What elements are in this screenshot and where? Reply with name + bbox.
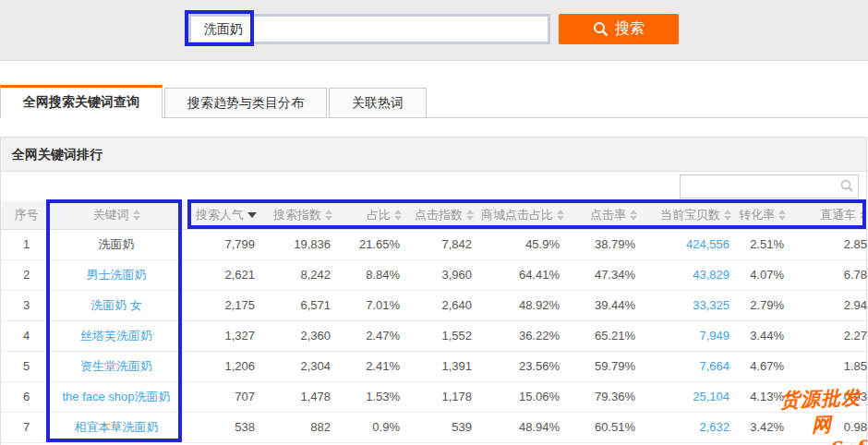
table-row: 3洗面奶 女2,1756,5717.01%2,64048.92%39.44%33… [1, 290, 868, 320]
search-button[interactable]: 搜索 [559, 14, 679, 44]
table-body: 1洗面奶7,79919,83621.65%7,84245.9%38.79%424… [1, 229, 868, 442]
column-header[interactable]: 直通车 [793, 201, 868, 229]
sort-icon[interactable] [860, 210, 867, 221]
ztc-cell: 0.98 [793, 412, 868, 442]
item-count-link[interactable]: 43,829 [693, 268, 729, 282]
sort-icon[interactable] [133, 210, 140, 221]
column-header-label: 占比 [367, 208, 391, 222]
keyword-link[interactable]: 丝塔芙洗面奶 [80, 329, 152, 343]
column-header-label: 点击指数 [415, 208, 463, 222]
share-cell: 8.84% [340, 259, 409, 290]
keyword-search-input[interactable]: 洗面奶 [188, 14, 550, 44]
rank-cell: 2 [1, 259, 52, 290]
popularity-cell: 538 [181, 412, 264, 442]
items-cell: 2,632 [645, 412, 739, 442]
column-header[interactable]: 当前宝贝数 [645, 201, 739, 229]
sort-icon[interactable] [466, 210, 474, 221]
keyword-ranking-panel: 全网关键词排行 序号关键词搜索人气搜索指数占比点击指数商城点击占比点击率当前宝贝… [0, 137, 867, 445]
sort-desc-icon[interactable] [247, 212, 257, 218]
popularity-cell: 2,175 [181, 290, 264, 320]
item-count-link[interactable]: 33,325 [693, 298, 729, 312]
click_rate-cell: 65.21% [569, 320, 645, 351]
sort-icon[interactable] [630, 210, 637, 221]
conversion-cell: 2.79% [739, 290, 793, 320]
item-count-link[interactable]: 25,104 [693, 390, 729, 403]
column-header[interactable]: 点击指数 [409, 201, 481, 229]
mall_click_share-cell: 15.06% [481, 381, 569, 412]
keyword-cell: 洗面奶 [52, 229, 181, 259]
mall_click_share-cell: 23.56% [481, 351, 569, 381]
sort-icon[interactable] [557, 210, 564, 221]
column-header-label: 搜索指数 [273, 208, 321, 222]
column-header[interactable]: 点击率 [569, 201, 645, 229]
column-header[interactable]: 占比 [340, 201, 409, 229]
items-cell: 424,556 [645, 229, 739, 259]
click_rate-cell: 79.36% [569, 381, 645, 412]
mall_click_share-cell: 48.92% [481, 290, 569, 320]
keyword-cell: 资生堂洗面奶 [52, 351, 181, 381]
keyword-cell: the face shop洗面奶 [52, 381, 181, 412]
sort-icon[interactable] [325, 210, 332, 221]
rank-cell: 6 [1, 381, 52, 412]
keyword-link[interactable]: 资生堂洗面奶 [80, 359, 152, 373]
sort-icon[interactable] [394, 210, 402, 221]
items-cell: 7,949 [645, 320, 739, 351]
table-filter-input[interactable] [680, 174, 859, 198]
item-count-link[interactable]: 7,949 [699, 329, 729, 343]
items-cell: 43,829 [645, 259, 739, 290]
index-cell: 2,304 [264, 351, 340, 381]
mall_click_share-cell: 45.9% [481, 229, 569, 259]
keyword-link[interactable]: 男士洗面奶 [87, 268, 147, 282]
column-header-label: 搜索人气 [196, 208, 244, 222]
popularity-cell: 7,799 [181, 229, 264, 259]
column-header-label: 直通车 [820, 208, 856, 222]
top-search-bar: 洗面奶 搜索 [0, 0, 868, 61]
share-cell: 21.65% [340, 229, 409, 259]
column-header[interactable]: 搜索指数 [264, 201, 340, 229]
click_index-cell: 1,178 [409, 381, 481, 412]
sort-icon[interactable] [778, 210, 786, 221]
item-count-link[interactable]: 424,556 [686, 237, 729, 251]
column-header-label: 当前宝贝数 [660, 208, 720, 222]
table-row: 6the face shop洗面奶7071,4781.53%1,17815.06… [1, 381, 868, 412]
index-cell: 8,242 [264, 259, 340, 290]
item-count-link[interactable]: 7,664 [699, 359, 729, 373]
click_rate-cell: 59.79% [569, 351, 645, 381]
column-header[interactable]: 关键词 [52, 201, 181, 229]
index-cell: 1,478 [264, 381, 340, 412]
click_index-cell: 1,552 [409, 320, 481, 351]
keyword-link[interactable]: 相宜本草洗面奶 [75, 420, 159, 434]
panel-title: 全网关键词排行 [1, 138, 866, 172]
conversion-cell: 2.51% [739, 229, 793, 259]
column-header-label: 点击率 [590, 208, 626, 222]
share-cell: 2.47% [340, 320, 409, 351]
column-header-label: 转化率 [739, 208, 775, 222]
index-cell: 19,836 [264, 229, 340, 259]
mall_click_share-cell: 64.41% [481, 259, 569, 290]
column-header[interactable]: 转化率 [739, 201, 793, 229]
tab-keyword-query[interactable]: 全网搜索关键词查询 [0, 85, 163, 118]
conversion-cell: 4.67% [739, 351, 793, 381]
sort-icon[interactable] [724, 210, 731, 221]
item-count-link[interactable]: 2,632 [699, 420, 729, 434]
tab-trend-category[interactable]: 搜索趋势与类目分布 [164, 88, 327, 117]
column-header[interactable]: 搜索人气 [181, 201, 264, 229]
items-cell: 7,664 [645, 351, 739, 381]
keyword-link[interactable]: the face shop洗面奶 [62, 390, 170, 403]
column-header-label: 关键词 [93, 208, 129, 222]
rank-cell: 5 [1, 351, 52, 381]
table-row: 1洗面奶7,79919,83621.65%7,84245.9%38.79%424… [1, 229, 868, 259]
keyword-cell: 洗面奶 女 [52, 290, 181, 320]
column-header-label: 序号 [15, 208, 39, 222]
share-cell: 7.01% [340, 290, 409, 320]
popularity-cell: 2,621 [181, 259, 264, 290]
ztc-cell: 1.85 [793, 351, 868, 381]
conversion-cell: 4.07% [739, 259, 793, 290]
tab-related-hotwords[interactable]: 关联热词 [329, 88, 427, 117]
column-header[interactable]: 商城点击占比 [481, 201, 569, 229]
conversion-cell: 4.13% [739, 381, 793, 412]
keyword-link[interactable]: 洗面奶 女 [90, 298, 142, 312]
ztc-cell: 2.27 [793, 320, 868, 351]
share-cell: 2.41% [340, 351, 409, 381]
ztc-cell: 6.78 [793, 259, 868, 290]
